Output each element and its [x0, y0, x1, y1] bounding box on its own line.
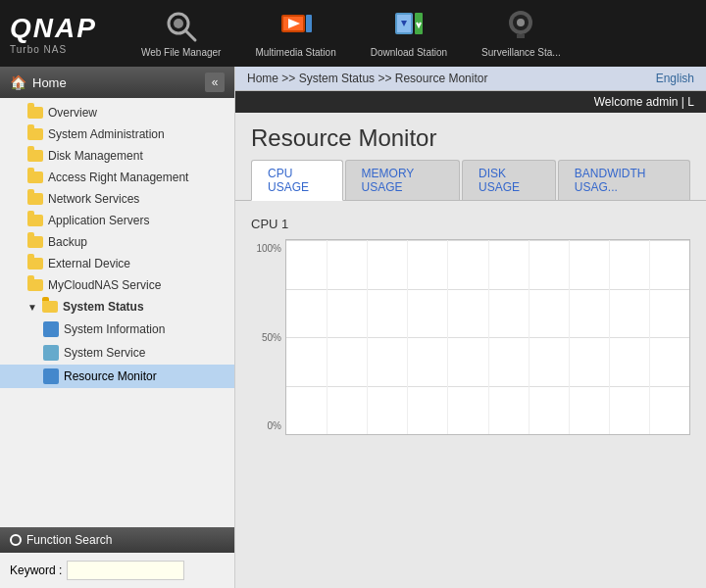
- sidebar-collapse-button[interactable]: «: [205, 73, 225, 92]
- function-search-header: Function Search: [0, 527, 234, 553]
- grid-v-2: [367, 240, 368, 434]
- sidebar-label-backup: Backup: [48, 235, 87, 249]
- folder-icon-sysadmin: [27, 128, 43, 140]
- folder-icon-apps: [27, 215, 43, 226]
- sidebar-label-system-info: System Information: [64, 322, 165, 336]
- folder-icon-network: [27, 193, 43, 205]
- sidebar-section-system-status[interactable]: ▼ System Status: [0, 296, 234, 318]
- search-circle-icon: [10, 534, 22, 546]
- grid-v-5: [488, 240, 489, 434]
- sidebar-label-apps: Application Servers: [48, 214, 149, 227]
- svg-rect-10: [415, 13, 423, 34]
- folder-icon-backup: [27, 236, 43, 248]
- sidebar-item-app-servers[interactable]: Application Servers: [0, 210, 234, 231]
- grid-v-6: [529, 240, 530, 434]
- breadcrumb-lang: English: [656, 72, 694, 85]
- chart-bg: [285, 239, 690, 435]
- folder-icon-overview: [27, 107, 43, 119]
- chart-title: CPU 1: [251, 217, 690, 231]
- chart-area: CPU 1 100% 50% 0%: [235, 201, 706, 588]
- sidebar-nav: Overview System Administration Disk Mana…: [0, 98, 234, 527]
- sidebar-label-ext: External Device: [48, 257, 130, 270]
- download-station-icon: [391, 9, 427, 44]
- y-label-0: 0%: [268, 420, 281, 431]
- nav-label-multimedia: Multimedia Station: [255, 47, 335, 58]
- sidebar-header-left: 🏠 Home: [10, 74, 67, 90]
- welcome-bar: Welcome admin | L: [235, 91, 706, 113]
- tab-disk-usage[interactable]: DISK USAGE: [462, 160, 556, 200]
- keyword-row: Keyword :: [0, 553, 234, 588]
- folder-icon-system-status: [42, 301, 58, 313]
- tab-memory-usage[interactable]: MEMORY USAGE: [345, 160, 460, 200]
- folder-icon-mycloud: [27, 279, 43, 291]
- sidebar-item-overview[interactable]: Overview: [0, 102, 234, 123]
- grid-v-3: [407, 240, 408, 434]
- grid-v-4: [447, 240, 448, 434]
- keyword-label: Keyword :: [10, 564, 62, 577]
- nav-web-file-manager[interactable]: Web File Manager: [126, 4, 236, 63]
- sidebar-label-mycloud: MyCloudNAS Service: [48, 278, 161, 292]
- nav-label-surveillance: Surveillance Sta...: [481, 47, 561, 58]
- logo: QNAP Turbo NAS: [10, 13, 97, 55]
- sidebar-item-mycloud[interactable]: MyCloudNAS Service: [0, 274, 234, 296]
- multimedia-station-icon: [278, 9, 314, 44]
- tab-cpu-usage[interactable]: CPU USAGE: [251, 160, 343, 201]
- svg-line-1: [185, 30, 195, 40]
- nav-icons: Web File Manager Multimedia Station: [126, 4, 576, 63]
- sidebar-label-access: Access Right Management: [48, 171, 188, 184]
- sidebar-item-network-services[interactable]: Network Services: [0, 188, 234, 210]
- system-service-icon: [43, 345, 59, 361]
- sidebar-item-backup[interactable]: Backup: [0, 231, 234, 253]
- sidebar-header: 🏠 Home «: [0, 67, 234, 98]
- breadcrumb: Home >> System Status >> Resource Monito…: [247, 72, 487, 85]
- nav-surveillance-station[interactable]: Surveillance Sta...: [467, 4, 576, 63]
- grid-v-7: [569, 240, 570, 434]
- grid-v-8: [609, 240, 610, 434]
- sidebar-item-resource-monitor[interactable]: Resource Monitor: [0, 365, 234, 388]
- tabs-bar: CPU USAGE MEMORY USAGE DISK USAGE BANDWI…: [235, 160, 706, 201]
- system-info-icon: [43, 321, 59, 337]
- svg-point-13: [517, 19, 525, 26]
- arrow-down-icon: ▼: [27, 302, 37, 313]
- chart-wrapper: 100% 50% 0%: [251, 239, 690, 435]
- folder-icon-ext: [27, 258, 43, 270]
- y-label-50: 50%: [262, 332, 281, 343]
- logo-sub: Turbo NAS: [10, 44, 97, 55]
- sidebar-item-external-device[interactable]: External Device: [0, 253, 234, 274]
- grid-v-1: [327, 240, 328, 434]
- sidebar-label-system-service: System Service: [64, 346, 145, 360]
- sidebar-item-system-info[interactable]: System Information: [0, 318, 234, 341]
- function-search-label: Function Search: [26, 533, 112, 547]
- keyword-input[interactable]: [67, 561, 184, 580]
- resource-monitor-icon: [43, 368, 59, 384]
- content-area: Home >> System Status >> Resource Monito…: [235, 67, 706, 588]
- sidebar-item-system-admin[interactable]: System Administration: [0, 123, 234, 145]
- function-search-section: Function Search Keyword :: [0, 527, 234, 588]
- nav-download-station[interactable]: Download Station: [356, 4, 462, 63]
- sidebar-label-network: Network Services: [48, 192, 139, 206]
- folder-icon-disk: [27, 150, 43, 162]
- sidebar-item-access-right[interactable]: Access Right Management: [0, 167, 234, 188]
- main-layout: 🏠 Home « Overview System Administration …: [0, 67, 706, 588]
- breadcrumb-bar: Home >> System Status >> Resource Monito…: [235, 67, 706, 91]
- sidebar-label-sysadmin: System Administration: [48, 127, 165, 141]
- y-axis: 100% 50% 0%: [251, 239, 285, 435]
- sidebar: 🏠 Home « Overview System Administration …: [0, 67, 235, 588]
- logo-qnap: QNAP: [10, 13, 97, 44]
- sidebar-label-overview: Overview: [48, 106, 97, 120]
- folder-icon-access: [27, 172, 43, 183]
- nav-label-download: Download Station: [371, 47, 447, 58]
- sidebar-label-system-status: System Status: [63, 300, 144, 314]
- tab-bandwidth-usage[interactable]: BANDWIDTH USAG...: [558, 160, 690, 200]
- grid-v-9: [649, 240, 650, 434]
- home-icon: 🏠: [10, 74, 26, 90]
- y-label-100: 100%: [256, 243, 281, 254]
- sidebar-item-disk-management[interactable]: Disk Management: [0, 145, 234, 167]
- svg-rect-14: [517, 34, 525, 38]
- sidebar-item-system-service[interactable]: System Service: [0, 341, 234, 365]
- nav-multimedia-station[interactable]: Multimedia Station: [240, 4, 350, 63]
- web-file-manager-icon: [164, 9, 199, 44]
- sidebar-label-resource-monitor: Resource Monitor: [64, 369, 157, 383]
- header: QNAP Turbo NAS Web File Manager: [0, 0, 706, 67]
- nav-label-web-file-manager: Web File Manager: [141, 47, 222, 58]
